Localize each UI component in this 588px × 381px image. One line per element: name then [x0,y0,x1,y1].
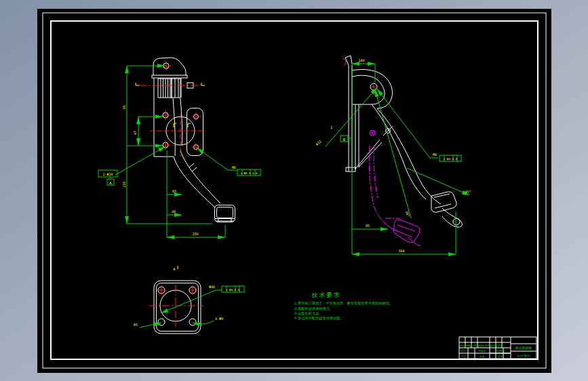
tb-cell-approve: 批准 [480,355,485,358]
tb-cell-count: 处数 [466,344,471,347]
balloon-label: 1 [330,125,332,129]
tech-requirement-line: 1.零件加工表面上，不应有划痕、擦伤等损伤零件表面的缺陷。 [294,301,393,306]
dim-label-chain2: 40 [172,209,176,214]
tech-requirements-title: 技术要求 [311,292,340,298]
dim-label-chain1: 65 [172,189,176,193]
tech-requirement-line: 4.各运动件配合处涂润滑油脂。 [294,316,343,321]
tech-requirement-line: 2.装配件必须保持清洁。 [294,306,333,311]
tb-cell-process: 工艺 [461,355,466,358]
dim-label-side-diag: 45° [465,190,471,194]
fcf-front-label: ⌖ Φ0.5 A B [240,172,258,175]
center-dia-label: Φ46 [209,285,215,289]
dim-label-hole-span: 47 [133,131,137,135]
dim-label-side-bottom: 384 [398,249,404,253]
tb-cell-docno: 更改文件号 [478,344,490,347]
dim-label-front-lower: 235 [122,181,126,187]
drawing-canvas: 95 235 47 65 40 150 2-Φ10 A M6 ⌖ Φ0.5 A … [0,0,588,381]
tech-requirement-line: 3.去除毛刺飞边。 [294,311,322,316]
holes-note-label: 4-Φ9 [215,317,223,321]
hole-note-label: 2-Φ10 [102,172,113,176]
tb-cell-stage: 阶段标记 [496,349,505,353]
dim-label-side-top: 140 [358,58,364,62]
tb-cell-design: 设计 [461,349,466,353]
tb-cell-std: 标准化 [478,349,486,353]
fcf-bottom-label: ⌖ Φ0.2 A [226,288,239,292]
thread-note-side: M8 [433,153,437,157]
cad-viewer: 95 235 47 65 40 150 2-Φ10 A M6 ⌖ Φ0.5 A … [0,0,588,381]
dim-label-front-upper: 95 [122,105,126,109]
tb-cell-scale: 比例 [498,355,503,358]
fcf-side-label: ⌖ Φ0.5 A [444,157,457,161]
dim-label-side-mid: 85 [366,224,370,228]
thread-note-front: M6 [232,165,236,169]
dim-label-front-bottom: 150 [192,232,198,236]
corner-note-label: R5 [134,323,138,327]
tb-cell-zone: 分区 [472,344,477,347]
tb-sheet-count: 共1张 第1张 [517,355,531,357]
tb-part-name: 离合器踏板 [515,346,532,350]
tb-cell-date: 年月日 [496,344,503,347]
tb-cell-sign: 签名 [490,344,495,347]
tb-cell-mark: 标记 [459,344,465,347]
